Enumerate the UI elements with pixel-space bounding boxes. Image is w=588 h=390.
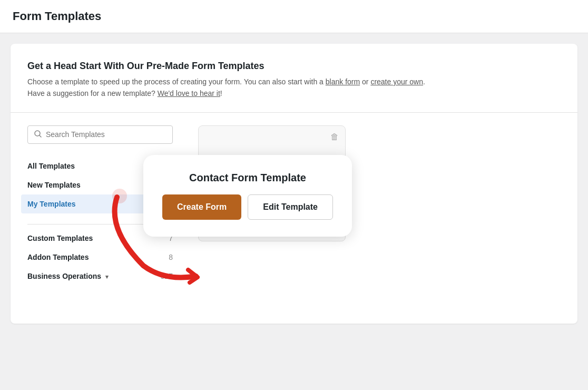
template-layout: All Templates 1676 New Templates 311 My … bbox=[27, 113, 561, 324]
section-list: Custom Templates 7 Addon Templates 8 Bus… bbox=[27, 229, 173, 286]
section-item-addon-count: 8 bbox=[169, 253, 173, 261]
chevron-down-icon: ▾ bbox=[105, 274, 109, 280]
create-form-button[interactable]: Create Form bbox=[162, 194, 241, 220]
intro-title: Get a Head Start With Our Pre-Made Form … bbox=[27, 61, 561, 72]
section-item-custom-label: Custom Templates bbox=[27, 234, 93, 242]
edit-template-button[interactable]: Edit Template bbox=[248, 194, 333, 220]
svg-line-1 bbox=[40, 135, 41, 137]
main-card: Get a Head Start With Our Pre-Made Form … bbox=[11, 44, 577, 324]
intro-section: Get a Head Start With Our Pre-Made Form … bbox=[27, 61, 561, 100]
nav-item-my-templates-label: My Templates bbox=[27, 200, 76, 208]
section-item-business-count: 927 bbox=[161, 272, 173, 280]
template-popup: Contact Form Template Create Form Edit T… bbox=[143, 155, 352, 237]
blank-form-link[interactable]: blank form bbox=[326, 77, 360, 86]
nav-item-new-templates-label: New Templates bbox=[27, 181, 81, 189]
main-content: Get a Head Start With Our Pre-Made Form … bbox=[0, 33, 588, 334]
delete-icon[interactable]: 🗑 bbox=[330, 132, 339, 142]
nav-item-all-templates-label: All Templates bbox=[27, 162, 75, 170]
section-item-business-ops[interactable]: Business Operations ▾ 927 bbox=[27, 267, 173, 286]
search-box[interactable] bbox=[27, 125, 173, 144]
suggestion-link[interactable]: We'd love to hear it bbox=[158, 89, 220, 97]
page-header: Form Templates bbox=[0, 0, 588, 33]
create-own-link[interactable]: create your own bbox=[370, 77, 423, 86]
section-item-addon-templates[interactable]: Addon Templates 8 bbox=[27, 248, 173, 267]
search-input[interactable] bbox=[46, 130, 166, 139]
intro-desc: Choose a template to speed up the proces… bbox=[27, 76, 561, 100]
popup-title: Contact Form Template bbox=[189, 172, 306, 184]
search-icon bbox=[34, 130, 42, 139]
section-item-business-label: Business Operations ▾ bbox=[27, 272, 109, 280]
section-item-addon-label: Addon Templates bbox=[27, 253, 89, 261]
popup-buttons: Create Form Edit Template bbox=[162, 194, 333, 220]
popup-container: Contact Form Template Create Form Edit T… bbox=[143, 155, 352, 237]
page-title: Form Templates bbox=[13, 9, 575, 23]
